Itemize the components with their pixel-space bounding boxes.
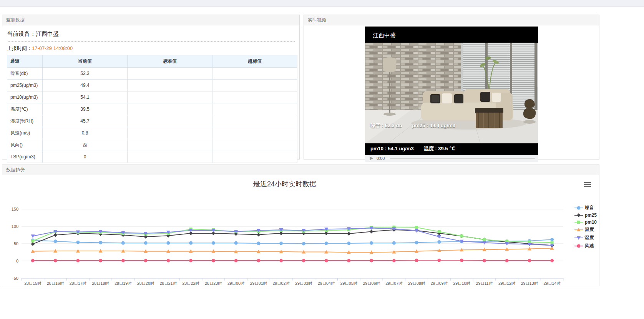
data-point (54, 239, 57, 243)
legend-marker-icon (574, 228, 583, 232)
legend-item-pm10[interactable]: pm10 (574, 219, 597, 225)
data-point (370, 241, 373, 245)
table-cell: 54.1 (43, 91, 128, 103)
x-axis-label: 28日22时 (182, 281, 199, 286)
x-axis-label: 29日04时 (318, 281, 335, 286)
play-icon[interactable] (370, 156, 373, 160)
table-cell (212, 139, 297, 151)
table-cell: pm25(ug/m3) (7, 80, 43, 91)
data-point (99, 259, 102, 263)
legend-item-温度[interactable]: 温度 (574, 226, 597, 233)
trend-chart: -5005010015028日15时28日16时28日17时28日18时28日1… (2, 175, 599, 287)
table-cell (212, 80, 297, 91)
data-point (415, 226, 418, 229)
legend-item-风速[interactable]: 风速 (574, 243, 597, 249)
current-device-line: 当前设备：江西中盛 (7, 28, 295, 42)
data-point (76, 259, 80, 263)
table-cell (128, 151, 212, 163)
data-point (234, 259, 238, 263)
monitor-panel: 监测数据 当前设备：江西中盛 上报时间：17-07-29 14:08:00 通道… (2, 15, 300, 160)
series-line-温度 (33, 248, 552, 253)
legend-label: 温度 (585, 226, 594, 233)
data-point (166, 241, 170, 245)
legend-marker-icon (574, 236, 583, 240)
video-panel-title: 实时视频 (304, 15, 599, 25)
current-device-label: 当前设备： (7, 30, 36, 37)
data-point (505, 259, 509, 263)
table-cell (128, 91, 212, 103)
series-line-噪音 (33, 239, 552, 244)
monitor-table-header: 通道 (7, 55, 43, 68)
data-point (325, 242, 328, 245)
data-point (212, 241, 215, 245)
trend-chart-area: -5005010015028日15时28日16时28日17时28日18时28日1… (2, 175, 599, 287)
legend-item-噪音[interactable]: 噪音 (574, 204, 597, 211)
chart-legend: 噪音pm25pm10温度湿度风速 (574, 204, 597, 251)
data-point (31, 239, 34, 243)
data-point (483, 238, 486, 241)
legend-item-pm25[interactable]: pm25 (574, 213, 597, 218)
legend-label: 湿度 (585, 234, 594, 241)
hamburger-icon[interactable] (582, 181, 593, 190)
table-cell (128, 68, 212, 80)
overlay-line: pm10 : 54.1 ug/m3 温度 : 39.5 ℃ (370, 145, 456, 153)
data-point (212, 259, 215, 263)
x-axis-label: 29日11时 (476, 281, 493, 286)
legend-item-湿度[interactable]: 湿度 (574, 234, 597, 241)
trend-panel-title: 数据趋势 (2, 165, 599, 175)
table-cell (128, 115, 212, 127)
video-player: 江西中盛 (365, 27, 538, 162)
table-row: TSP(ug/m3)0 (7, 151, 297, 163)
chart-title: 最近24小时实时数据 (2, 179, 567, 189)
table-cell: 0.8 (43, 127, 128, 139)
data-point (121, 241, 125, 245)
video-progress-bar[interactable] (390, 158, 535, 159)
table-row: 湿度(%RH)45.7 (7, 115, 297, 127)
video-screen[interactable]: 江西中盛 (365, 27, 538, 155)
x-axis-label: 28日21时 (160, 281, 177, 286)
data-point (144, 241, 148, 245)
video-controls: 0:00 (365, 155, 538, 162)
data-point (415, 259, 418, 262)
legend-label: pm10 (585, 219, 597, 225)
legend-marker-icon (574, 206, 583, 210)
video-data-overlay: 噪音 : 52.3 db pm25 : 49.4 ug/m3 pm10 : 54… (370, 106, 456, 155)
report-time-line: 上报时间：17-07-29 14:08:00 (7, 42, 295, 55)
data-point (31, 259, 35, 263)
legend-label: 噪音 (585, 204, 594, 211)
table-row: 温度(℃)39.5 (7, 103, 297, 115)
data-point (437, 240, 441, 244)
x-axis-label: 29日08时 (408, 281, 425, 286)
data-point (370, 259, 373, 263)
x-axis-label: 29日01时 (250, 281, 267, 286)
data-point (415, 241, 418, 244)
table-cell (128, 103, 212, 115)
monitor-table-header: 超标值 (212, 55, 297, 68)
y-axis-label: 50 (14, 241, 18, 246)
legend-marker-icon (574, 213, 583, 218)
table-cell: 风向() (7, 139, 43, 151)
data-point (460, 259, 463, 262)
x-axis-label: 29日14时 (543, 281, 561, 286)
data-point (31, 234, 35, 238)
dashboard: 监测数据 当前设备：江西中盛 上报时间：17-07-29 14:08:00 通道… (0, 0, 644, 319)
report-time-label: 上报时间： (7, 45, 32, 51)
monitor-panel-body: 当前设备：江西中盛 上报时间：17-07-29 14:08:00 通道当前值标准… (2, 25, 299, 163)
x-axis-label: 29日03时 (295, 281, 312, 286)
monitor-panel-title: 监测数据 (2, 15, 299, 25)
data-point (144, 259, 148, 263)
data-point (53, 233, 57, 237)
table-cell (212, 115, 297, 127)
monitor-table-header: 标准值 (128, 55, 212, 68)
series-line-风速 (33, 260, 552, 261)
x-axis-label: 29日02时 (272, 281, 290, 286)
data-point (528, 259, 531, 263)
table-cell: 52.3 (43, 68, 128, 80)
data-point (483, 259, 486, 263)
y-axis-label: 0 (16, 259, 18, 263)
table-cell (212, 68, 297, 80)
legend-label: 风速 (585, 243, 594, 249)
y-axis-label: 150 (12, 207, 18, 211)
monitor-table: 通道当前值标准值超标值 噪音(db)52.3pm25(ug/m3)49.4pm1… (7, 55, 297, 163)
table-cell: 湿度(%RH) (7, 115, 43, 127)
